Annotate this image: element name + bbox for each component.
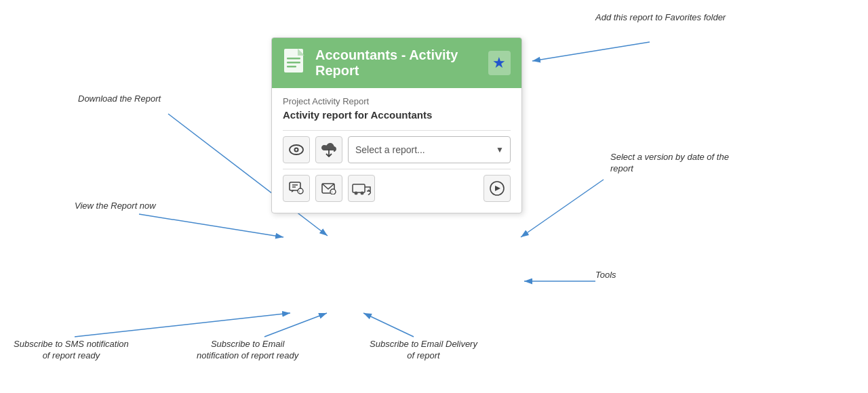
email-delivery-button[interactable] bbox=[348, 175, 375, 202]
svg-line-3 bbox=[521, 180, 604, 237]
svg-rect-12 bbox=[287, 66, 296, 68]
svg-rect-11 bbox=[287, 62, 300, 64]
svg-rect-10 bbox=[287, 58, 300, 60]
svg-marker-29 bbox=[495, 186, 500, 191]
annotation-email: Subscribe to Email notification of repor… bbox=[197, 339, 298, 362]
report-card: Accountants - Activity Report ★ Project … bbox=[271, 37, 522, 213]
report-version-select[interactable]: Select a report... bbox=[348, 136, 511, 163]
sms-notification-button[interactable]: ! bbox=[283, 175, 310, 202]
svg-rect-25 bbox=[353, 184, 365, 192]
report-version-select-wrapper[interactable]: Select a report... ▼ bbox=[348, 136, 511, 163]
card-header-left: Accountants - Activity Report bbox=[283, 47, 488, 79]
annotation-delivery: Subscribe to Email Delivery of report bbox=[370, 339, 477, 362]
annotation-favorites: Add this report to Favorites folder bbox=[595, 12, 726, 24]
download-report-button[interactable] bbox=[315, 136, 342, 163]
svg-point-26 bbox=[355, 192, 358, 195]
svg-line-6 bbox=[75, 313, 290, 337]
favorites-button[interactable]: ★ bbox=[488, 51, 511, 75]
report-type-label: Project Activity Report bbox=[283, 96, 511, 106]
action-row: Select a report... ▼ bbox=[283, 130, 511, 169]
svg-line-4 bbox=[139, 214, 283, 237]
tools-button[interactable] bbox=[484, 175, 511, 202]
card-body: Project Activity Report Activity report … bbox=[272, 88, 521, 213]
svg-line-1 bbox=[532, 42, 650, 61]
tools-row: ! ! bbox=[283, 169, 511, 205]
svg-line-7 bbox=[264, 313, 327, 337]
annotation-download: Download the Report bbox=[78, 94, 161, 105]
tools-left: ! ! bbox=[283, 175, 375, 202]
card-title: Accountants - Activity Report bbox=[315, 47, 488, 79]
report-description: Activity report for Accountants bbox=[283, 109, 511, 121]
card-header: Accountants - Activity Report ★ bbox=[272, 38, 521, 88]
svg-line-8 bbox=[363, 313, 414, 337]
email-notification-button[interactable]: ! bbox=[315, 175, 342, 202]
doc-icon bbox=[283, 48, 307, 79]
annotation-view: View the Report now bbox=[75, 201, 156, 212]
svg-point-27 bbox=[361, 192, 364, 195]
svg-point-15 bbox=[296, 149, 298, 151]
annotation-sms: Subscribe to SMS notification of report … bbox=[14, 339, 129, 362]
view-report-button[interactable] bbox=[283, 136, 310, 163]
annotation-version: Select a version by date of the report bbox=[610, 152, 729, 175]
annotation-tools: Tools bbox=[595, 270, 616, 281]
